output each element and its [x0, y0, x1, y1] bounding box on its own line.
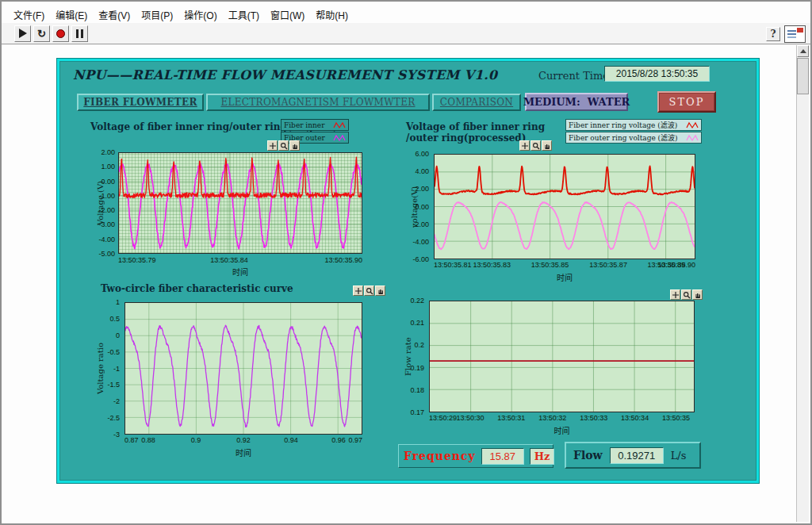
x-tick-label: 13:50:35.90 [324, 256, 362, 264]
vi-icon-mark [797, 28, 803, 33]
plot-canvas [125, 303, 362, 434]
x-tick-label: 0.97 [348, 436, 362, 444]
x-tick-label: 13:50:35.81 [434, 261, 472, 269]
hand-icon [291, 142, 299, 150]
legend-label: Fiber inner ring voltage (滤波) [569, 120, 677, 130]
vi-icon-lines [787, 30, 796, 32]
magnifier-icon [280, 142, 288, 150]
series-fiber-outer [119, 163, 362, 249]
y-tick-label: 0.00 [415, 203, 429, 211]
pause-button[interactable] [71, 25, 88, 42]
application-window: 文件(F) 编辑(E) 查看(V) 项目(P) 操作(O) 工具(T) 窗口(W… [0, 0, 812, 525]
x-tick-label: 0.92 [236, 436, 251, 444]
chart-characteristic-curve: Two-circle fiber characteristic curve Vo… [83, 280, 389, 459]
x-tick-label: 13:50:32 [538, 414, 566, 422]
pan-tool-button[interactable] [692, 289, 703, 300]
tab-electromagnetism-flowmeter[interactable]: ELECTROMAGNETISM FLOWMWTER [206, 94, 430, 111]
run-button[interactable] [14, 25, 31, 42]
x-tick-label: 13:50:35.85 [531, 261, 569, 269]
chart-title: Two-circle fiber characteristic curve [101, 283, 293, 294]
x-tick-label: 13:50:31 [497, 414, 525, 422]
menu-operate[interactable]: 操作(O) [178, 6, 222, 23]
frequency-value: 15.87 [481, 448, 524, 465]
y-tick-label: 2.00 [415, 185, 429, 193]
hand-icon [694, 291, 702, 299]
legend-label: Fiber inner [284, 121, 324, 129]
menu-help[interactable]: 帮助(H) [310, 6, 354, 23]
chart-original-voltage: Voltage of fiber inner ring/outer ring(o… [83, 117, 378, 280]
pause-icon [76, 29, 83, 38]
scroll-thumb[interactable] [797, 58, 809, 94]
tab-comparison[interactable]: COMPARISON [432, 94, 521, 111]
vi-icon[interactable] [784, 25, 806, 43]
x-axis-label: 时间 [429, 424, 695, 436]
stop-button[interactable]: STOP [657, 91, 716, 113]
pan-tool-button[interactable] [375, 285, 385, 296]
x-ticks: 13:50:35.8113:50:35.8313:50:35.8513:50:3… [434, 261, 695, 270]
legend-line-sample [333, 133, 346, 143]
y-tick-label: -4.00 [412, 238, 429, 246]
hand-icon [377, 287, 385, 295]
plot-canvas [430, 301, 694, 412]
zoom-tool-button[interactable] [681, 289, 691, 300]
abort-button[interactable] [52, 25, 69, 42]
help-button[interactable]: ? [766, 27, 780, 41]
y-tick-label: -5.00 [98, 250, 115, 258]
menu-bar: 文件(F) 编辑(E) 查看(V) 项目(P) 操作(O) 工具(T) 窗口(W… [2, 6, 810, 22]
y-tick-label: 0.5 [109, 315, 120, 323]
magnifier-icon [366, 287, 373, 295]
x-tick-label: 13:50:35.87 [589, 261, 627, 269]
cursor-tool-button[interactable] [267, 140, 278, 151]
cursor-tool-button[interactable] [670, 289, 680, 300]
flow-group: Flow 0.19271 L/s [565, 442, 701, 469]
x-ticks: 0.870.880.90.920.940.960.97 [124, 436, 362, 445]
x-tick-label: 0.96 [331, 436, 346, 444]
tab-fiber-flowmeter[interactable]: FIBER FLOWMETER [77, 94, 204, 111]
plot-area [118, 152, 362, 254]
legend-line-sample [333, 121, 346, 130]
x-tick-label: 13:50:33 [580, 414, 607, 422]
menu-file[interactable]: 文件(F) [8, 6, 50, 23]
menu-edit[interactable]: 编辑(E) [50, 6, 93, 23]
current-time-display: 2015/8/28 13:50:35 [604, 66, 710, 82]
menu-view[interactable]: 查看(V) [93, 6, 136, 23]
abort-icon [56, 29, 65, 38]
menu-tools[interactable]: 工具(T) [223, 6, 265, 23]
menu-window[interactable]: 窗口(W) [265, 6, 310, 23]
legend-item-inner-filtered[interactable]: Fiber inner ring voltage (滤波) [565, 119, 702, 131]
y-tick-label: 6.00 [415, 150, 429, 158]
plot-canvas [119, 153, 362, 253]
x-tick-label: 0.94 [284, 436, 298, 444]
pan-tool-button[interactable] [542, 140, 552, 151]
cursor-tool-button[interactable] [519, 140, 530, 151]
vertical-scrollbar[interactable] [796, 45, 809, 522]
run-continuous-button[interactable]: ↻ [33, 25, 50, 42]
zoom-tool-button[interactable] [364, 285, 374, 296]
app-title: NPU——REAL-TIME FLOW MEASUREMENT SYSTEM V… [73, 67, 497, 82]
x-axis-label: 时间 [118, 266, 362, 278]
scroll-up-icon [800, 49, 806, 53]
x-tick-label: 13:50:29 [429, 414, 457, 422]
graph-palette [519, 140, 552, 151]
frequency-group: Frequency 15.87 Hz [398, 444, 553, 468]
chart-flow-rate: Flow rate 0.220.210.20.190.180.17 13:50:… [399, 289, 740, 448]
x-ticks: 13:50:35.7913:50:35.8413:50:35.90 [118, 256, 362, 265]
y-tick-label: 0.17 [410, 408, 424, 416]
x-tick-label: 13:50:35.90 [657, 261, 695, 269]
run-continuous-icon: ↻ [37, 29, 46, 39]
menu-project[interactable]: 项目(P) [136, 6, 178, 23]
y-tick-label: 4.00 [415, 167, 429, 175]
scroll-up-button[interactable] [797, 45, 809, 57]
zoom-tool-button[interactable] [278, 140, 289, 151]
pan-tool-button[interactable] [289, 140, 300, 151]
legend-item-fiber-inner[interactable]: Fiber inner [281, 119, 349, 131]
x-ticks: 13:50:2913:50:3013:50:3113:50:3213:50:33… [429, 414, 695, 423]
legend-item-outer-filtered[interactable]: Fiber outer ring voltage (滤波) [565, 132, 702, 144]
y-tick-label: -2 [113, 397, 120, 405]
crosshair-icon [269, 142, 277, 150]
zoom-tool-button[interactable] [530, 140, 541, 151]
run-icon [19, 29, 27, 38]
y-tick-label: -3.00 [98, 220, 115, 228]
plot-canvas [435, 155, 695, 259]
cursor-tool-button[interactable] [353, 285, 363, 296]
